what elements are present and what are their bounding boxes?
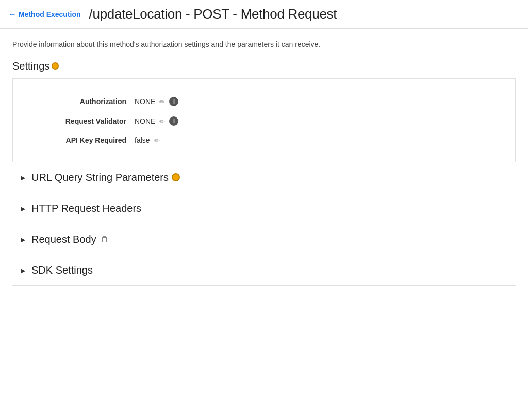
request-body-title-text: Request Body xyxy=(31,233,96,245)
settings-label: Settings xyxy=(12,60,50,72)
header: ← Method Execution /updateLocation - POS… xyxy=(0,0,528,29)
sdk-settings-title: SDK Settings xyxy=(31,264,93,276)
page-title: /updateLocation - POST - Method Request xyxy=(89,6,337,22)
authorization-value: NONE ✏ i xyxy=(135,97,178,106)
http-headers-section: ▶ HTTP Request Headers xyxy=(12,193,516,224)
authorization-value-text: NONE xyxy=(135,97,155,106)
sdk-settings-header[interactable]: ▶ SDK Settings xyxy=(12,255,516,285)
url-query-expand-arrow-icon: ▶ xyxy=(21,174,25,181)
request-validator-info-icon[interactable]: i xyxy=(169,116,178,126)
page-description: Provide information about this method's … xyxy=(12,39,516,50)
back-link-label: Method Execution xyxy=(19,10,81,19)
request-body-header[interactable]: ▶ Request Body 🗒 xyxy=(12,224,516,255)
request-validator-row: Request Validator NONE ✏ i xyxy=(13,111,515,131)
back-arrow-icon: ← xyxy=(8,10,16,19)
url-query-header[interactable]: ▶ URL Query String Parameters xyxy=(12,162,516,193)
authorization-row: Authorization NONE ✏ i xyxy=(13,92,515,111)
url-query-section: ▶ URL Query String Parameters xyxy=(12,162,516,193)
request-validator-value-text: NONE xyxy=(135,117,155,125)
settings-box: Authorization NONE ✏ i Request Validator… xyxy=(12,79,516,162)
api-key-required-edit-icon[interactable]: ✏ xyxy=(154,137,160,144)
sdk-settings-section: ▶ SDK Settings xyxy=(12,255,516,286)
api-key-required-label: API Key Required xyxy=(34,136,126,144)
api-key-required-row: API Key Required false ✏ xyxy=(13,131,515,149)
url-query-title: URL Query String Parameters xyxy=(31,172,180,183)
http-headers-title-text: HTTP Request Headers xyxy=(31,203,141,214)
back-link[interactable]: ← Method Execution xyxy=(8,10,81,19)
authorization-label: Authorization xyxy=(34,97,126,106)
settings-dot-indicator xyxy=(52,62,59,70)
http-headers-header[interactable]: ▶ HTTP Request Headers xyxy=(12,193,516,224)
sdk-settings-title-text: SDK Settings xyxy=(31,264,93,276)
url-query-title-text: URL Query String Parameters xyxy=(31,172,169,183)
content-area: Provide information about this method's … xyxy=(0,29,528,296)
request-body-doc-icon: 🗒 xyxy=(101,235,109,244)
settings-section-title: Settings xyxy=(12,60,516,72)
authorization-info-icon[interactable]: i xyxy=(169,97,178,106)
request-validator-value: NONE ✏ i xyxy=(135,116,178,126)
request-body-title: Request Body 🗒 xyxy=(31,233,109,245)
url-query-dot-indicator xyxy=(172,173,180,181)
request-body-expand-arrow-icon: ▶ xyxy=(21,236,25,243)
http-headers-expand-arrow-icon: ▶ xyxy=(21,205,25,212)
request-validator-edit-icon[interactable]: ✏ xyxy=(159,117,165,125)
sdk-settings-expand-arrow-icon: ▶ xyxy=(21,267,25,274)
api-key-required-value-text: false xyxy=(135,136,150,144)
authorization-edit-icon[interactable]: ✏ xyxy=(159,98,165,106)
request-validator-label: Request Validator xyxy=(34,117,126,125)
request-body-section: ▶ Request Body 🗒 xyxy=(12,224,516,255)
api-key-required-value: false ✏ xyxy=(135,136,160,144)
http-headers-title: HTTP Request Headers xyxy=(31,203,141,214)
